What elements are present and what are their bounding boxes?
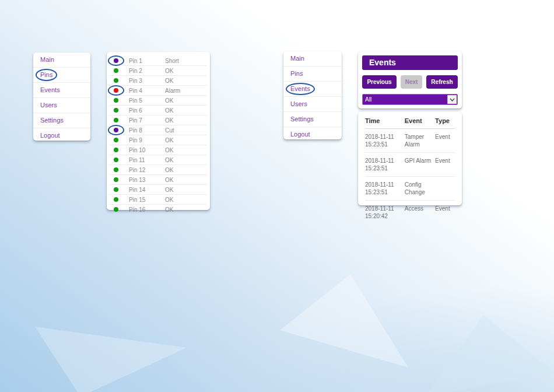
pin-row: Pin 14 OK (109, 185, 207, 195)
pins-status-panel: Pin 1 Short Pin 2 OK Pin 3 OK Pin 4 Alar… (107, 52, 210, 210)
nav-item-pins[interactable]: Pins (33, 67, 90, 82)
event-time: 2018-11-11 15:23:51 (365, 153, 405, 177)
column-header-time: Time (365, 112, 405, 129)
event-type: Event (435, 153, 455, 177)
pin-row: Pin 13 OK (109, 175, 207, 185)
nav-item-label: Logout (40, 128, 60, 143)
event-filter-value: All (363, 96, 371, 103)
pin-status: Short (165, 58, 207, 64)
pin-status: Cut (165, 127, 207, 134)
pin-status: OK (165, 206, 207, 213)
pin-status-dot (114, 118, 118, 123)
event-type (435, 177, 455, 201)
pin-status: OK (165, 137, 207, 144)
pin-row: Pin 1 Short (109, 56, 207, 66)
pin-label: Pin 12 (129, 167, 165, 173)
background-triangle (280, 274, 408, 368)
event-type: Event (435, 201, 455, 225)
table-row: 2018-11-11 15:20:42 Access Event (365, 201, 455, 225)
event-name: Tamper Alarm (405, 129, 435, 153)
nav-item-main[interactable]: Main (33, 52, 90, 67)
pin-label: Pin 5 (129, 97, 165, 104)
event-filter-select[interactable]: All (362, 94, 458, 105)
nav-item-label: Main (290, 51, 304, 66)
nav-item-label: Events (40, 83, 60, 97)
pin-status-dot (114, 98, 118, 103)
event-time: 2018-11-11 15:23:51 (365, 177, 405, 201)
pin-row: Pin 15 OK (109, 195, 207, 205)
pin-row: Pin 9 OK (109, 135, 207, 145)
events-controls-panel: Events Previous Next Refresh All (358, 51, 462, 108)
page-background: Main Pins Events Users Settings Logout P… (0, 0, 554, 392)
pin-label: Pin 16 (129, 206, 165, 213)
table-row: 2018-11-11 15:23:51 Config Change (365, 177, 455, 201)
pin-status: OK (165, 97, 207, 104)
nav-item-label: Settings (40, 113, 64, 128)
pin-status: OK (165, 107, 207, 114)
nav-item-users[interactable]: Users (283, 96, 342, 111)
pin-label: Pin 2 (129, 68, 165, 74)
pin-label: Pin 14 (129, 187, 165, 193)
event-name: GPI Alarm (405, 153, 435, 177)
nav-item-settings[interactable]: Settings (283, 111, 342, 127)
pin-status-dot (114, 148, 118, 152)
events-table-header-row: Time Event Type (365, 112, 455, 129)
table-row: 2018-11-11 15:23:51 GPI Alarm Event (365, 153, 455, 177)
pin-status-dot (114, 207, 118, 212)
nav-item-users[interactable]: Users (33, 97, 90, 113)
pin-label: Pin 7 (129, 117, 165, 124)
pin-label: Pin 6 (129, 107, 165, 114)
pin-status: OK (165, 197, 207, 203)
next-button[interactable]: Next (401, 75, 423, 89)
nav-item-label: Pins (40, 71, 52, 78)
nav-item-main[interactable]: Main (283, 51, 342, 66)
nav-item-logout[interactable]: Logout (283, 127, 342, 142)
nav-item-label: Settings (290, 112, 314, 127)
nav-item-events[interactable]: Events (33, 82, 90, 97)
pin-status-dot (114, 128, 118, 132)
pin-row: Pin 3 OK (109, 76, 207, 86)
nav-item-label: Pins (290, 66, 303, 81)
pin-row: Pin 2 OK (109, 66, 207, 76)
column-header-type: Type (435, 112, 455, 129)
background-triangle (426, 315, 554, 392)
nav-item-settings[interactable]: Settings (33, 113, 90, 128)
pin-status: OK (165, 68, 207, 74)
nav-item-logout[interactable]: Logout (33, 128, 90, 143)
pin-status-dot (114, 158, 118, 162)
refresh-button[interactable]: Refresh (426, 75, 457, 89)
events-table-panel: Time Event Type 2018-11-11 15:23:51 Tamp… (358, 112, 462, 205)
previous-button[interactable]: Previous (362, 75, 396, 89)
event-name: Config Change (405, 177, 435, 201)
pin-label: Pin 11 (129, 157, 165, 163)
nav-item-label: Main (40, 52, 54, 67)
pin-status-dot (114, 187, 118, 192)
pin-row: Pin 7 OK (109, 116, 207, 125)
pin-row: Pin 16 OK (109, 205, 207, 214)
event-name: Access (405, 201, 435, 225)
pin-status-dot (114, 138, 118, 142)
pin-label: Pin 15 (129, 197, 165, 203)
chevron-down-icon (447, 95, 457, 104)
pin-label: Pin 1 (129, 58, 165, 64)
pin-status: OK (165, 157, 207, 163)
pin-status: OK (165, 177, 207, 183)
nav-item-label: Users (290, 97, 307, 111)
pin-row: Pin 8 Cut (109, 125, 207, 135)
pin-label: Pin 13 (129, 177, 165, 183)
nav-item-events[interactable]: Events (283, 81, 342, 96)
pin-status-dot (114, 58, 118, 63)
column-header-event: Event (405, 112, 435, 129)
nav-item-label: Events (290, 85, 310, 92)
pin-label: Pin 3 (129, 78, 165, 84)
event-time: 2018-11-11 15:23:51 (365, 129, 405, 153)
table-row: 2018-11-11 15:23:51 Tamper Alarm Event (365, 129, 455, 153)
pin-status-dot (114, 197, 118, 202)
pin-row: Pin 6 OK (109, 106, 207, 116)
nav-item-label: Users (40, 98, 57, 113)
background-triangle (35, 327, 187, 392)
event-type: Event (435, 129, 455, 153)
pin-status-dot (114, 108, 118, 113)
nav-item-pins[interactable]: Pins (283, 66, 342, 81)
pin-row: Pin 10 OK (109, 145, 207, 155)
